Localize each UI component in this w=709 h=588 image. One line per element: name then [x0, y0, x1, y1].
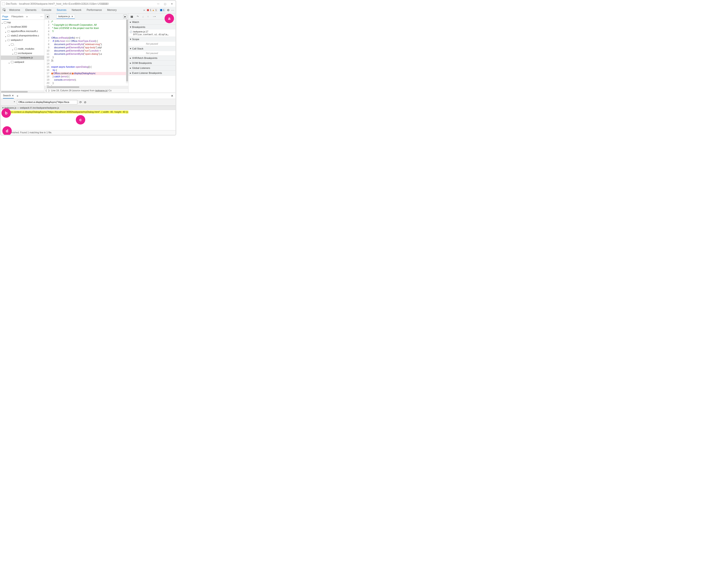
kebab-menu-icon[interactable]: ⋯ — [171, 8, 174, 12]
search-input[interactable] — [17, 100, 77, 104]
editor-vertical-scrollbar[interactable] — [126, 20, 128, 83]
titlebar: DevTools - localhost:3000/taskpane.html?… — [1, 1, 176, 7]
new-drawer-tab-icon[interactable]: ＋ — [16, 94, 19, 98]
page-tab[interactable]: Page — [2, 15, 8, 20]
search-drawer-tab[interactable]: Search ✕ — [3, 94, 14, 99]
tree-webpack-scheme[interactable]: webpack:// — [1, 38, 44, 42]
breakpoints-section[interactable]: ▾Breakpoints — [128, 25, 176, 29]
tree-node-modules[interactable]: node_modules — [1, 47, 44, 51]
tree-apps[interactable]: appsforoffice.microsoft.c — [1, 29, 44, 33]
tree-sharepoint[interactable]: static2.sharepointonline.c — [1, 33, 44, 38]
close-drawer-icon[interactable]: ✕ — [171, 94, 174, 97]
step-into-icon[interactable]: ↓ — [142, 15, 143, 18]
file-tree: top localhost:3000 appsforoffice.microso… — [1, 20, 44, 91]
event-listener-bp-section[interactable]: ▸Event Listener Breakpoints — [128, 71, 176, 76]
tree-host[interactable]: localhost:3000 — [1, 25, 44, 29]
error-warning-counter[interactable]: 1 ▲ 1 — [146, 8, 158, 12]
close-search-tab-icon[interactable]: ✕ — [12, 94, 14, 97]
message-icon — [160, 9, 162, 11]
search-result-line[interactable]: 17 Office.context.ui.displayDialogAsync(… — [1, 110, 176, 114]
debugger-pane: ▮▮ ↷ ↓ ↑ →• ▸Watch ▾Breakpoints ✓taskpan… — [128, 13, 176, 93]
close-button[interactable]: ✕ — [170, 2, 173, 5]
status-suffix: ) Co — [107, 89, 111, 92]
code-editor[interactable]: 12345678910111213141516171819202122 /* *… — [44, 20, 128, 86]
annotation-c: c — [76, 115, 85, 124]
window-title: DevTools - localhost:3000/taskpane.html?… — [6, 2, 157, 5]
annotation-d: d — [2, 126, 12, 136]
error-icon — [147, 9, 149, 11]
tab-welcome[interactable]: Welcome — [8, 8, 21, 12]
search-result-code: Office.context.ui.displayDialogAsync("ht… — [6, 111, 128, 113]
tree-dot[interactable]: . — [1, 42, 44, 47]
tree-webpack-folder[interactable]: webpack — [1, 60, 44, 64]
editor-file-name: taskpane.js — [58, 15, 70, 18]
cursor-position: Line 19, Column 26 (source mapped from — [51, 89, 95, 92]
pause-icon[interactable]: ▮▮ — [130, 15, 133, 18]
message-count: 1 — [163, 9, 164, 11]
callstack-not-paused: Not paused — [128, 51, 176, 56]
app-icon — [2, 2, 5, 5]
annotation-b: b — [1, 108, 11, 118]
nav-horizontal-scrollbar[interactable] — [1, 91, 44, 93]
editor-file-tab[interactable]: taskpane.js ✕ — [57, 15, 75, 19]
warning-icon: ▲ — [152, 9, 154, 11]
step-out-icon[interactable]: ↑ — [148, 15, 149, 18]
tree-src-taskpane[interactable]: src/taskpane — [1, 51, 44, 56]
breakpoint-checkbox[interactable]: ✓ — [130, 31, 132, 33]
pretty-print-icon[interactable]: { } — [45, 89, 50, 92]
tree-taskpane-file[interactable]: taskpane.js — [1, 56, 44, 60]
error-count: 1 — [150, 9, 151, 11]
search-result-file[interactable]: ▾taskpane.js — webpack:///./src/taskpane… — [1, 106, 176, 110]
tab-performance[interactable]: Performance — [86, 8, 102, 12]
hide-navigator-icon[interactable]: ◀ — [45, 15, 49, 19]
global-listeners-section[interactable]: ▸Global Listeners — [128, 66, 176, 71]
nav-menu-icon[interactable]: ⋯ — [40, 15, 43, 18]
hide-debugger-icon[interactable]: ▶ — [123, 15, 127, 19]
dom-breakpoints-section[interactable]: ▸DOM Breakpoints — [128, 61, 176, 65]
svg-rect-0 — [3, 9, 5, 10]
more-nav-tabs-icon[interactable]: » — [26, 15, 28, 18]
search-status: Search finished. Found 1 matching line i… — [1, 130, 176, 135]
breakpoint-code: Office.context.ui.displa… — [130, 33, 174, 36]
search-mode-indicator[interactable]: * — [14, 101, 15, 104]
editor-pane: ◀ taskpane.js ✕ ▶ 1234567891011121314151… — [44, 13, 128, 93]
maximize-button[interactable]: ▢ — [164, 2, 166, 5]
tab-sources[interactable]: Sources — [56, 8, 67, 14]
xhr-breakpoints-section[interactable]: ▸XHR/fetch Breakpoints — [128, 56, 176, 60]
settings-icon[interactable]: ⚙ — [167, 8, 169, 12]
tab-elements[interactable]: Elements — [25, 8, 37, 12]
scope-not-paused: Not paused — [128, 42, 176, 46]
search-drawer: Search ✕ ＋ ✕ * ⟳ ⊘ ▾taskpane.js — webpac… — [1, 93, 176, 135]
refresh-search-icon[interactable]: ⟳ — [79, 101, 82, 104]
editor-horizontal-scrollbar[interactable] — [44, 86, 128, 88]
tab-memory[interactable]: Memory — [107, 8, 117, 12]
close-file-tab-icon[interactable]: ✕ — [71, 15, 73, 18]
more-tabs-icon[interactable]: » — [143, 9, 145, 11]
step-over-icon[interactable]: ↷ — [137, 15, 138, 18]
source-map-link[interactable]: taskpane.js — [95, 89, 107, 92]
inspect-icon[interactable] — [2, 8, 6, 12]
scope-section[interactable]: ▾Scope — [128, 37, 176, 42]
annotation-a: a — [164, 14, 174, 23]
filesystem-tab[interactable]: Filesystem — [11, 15, 24, 19]
warning-count: 1 — [155, 9, 157, 11]
callstack-section[interactable]: ▾Call Stack — [128, 46, 176, 51]
step-icon[interactable]: →• — [152, 15, 156, 18]
navigator-pane: Page Filesystem » ⋯ top localhost:3000 a… — [1, 13, 44, 93]
clear-search-icon[interactable]: ⊘ — [84, 101, 86, 104]
tree-top[interactable]: top — [1, 20, 44, 25]
devtools-tabbar: WelcomeElementsConsoleSourcesNetworkPerf… — [1, 7, 176, 13]
messages-counter[interactable]: 1 — [159, 8, 165, 12]
minimize-button[interactable]: — — [157, 2, 160, 5]
tab-console[interactable]: Console — [41, 8, 52, 12]
editor-statusbar: { } Line 19, Column 26 (source mapped fr… — [44, 88, 128, 93]
breakpoint-item[interactable]: ✓taskpane.js:17 Office.context.ui.displa… — [128, 29, 176, 37]
tab-network[interactable]: Network — [71, 8, 82, 12]
line-gutter[interactable]: 12345678910111213141516171819202122 — [44, 20, 50, 86]
